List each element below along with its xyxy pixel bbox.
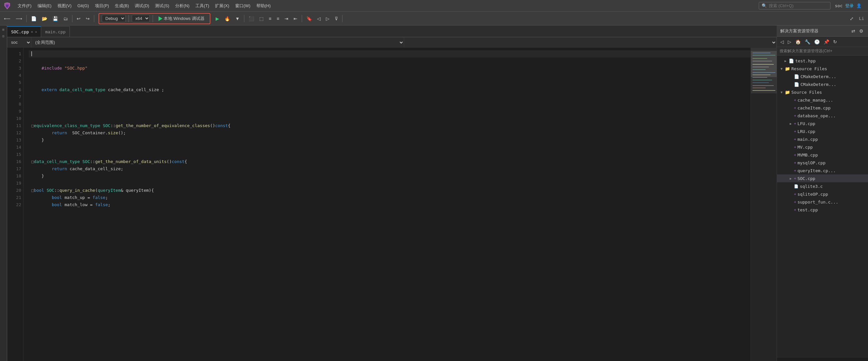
tree-item-mysqlop[interactable]: + mysqlOP.cpp bbox=[777, 159, 868, 167]
menu-window[interactable]: 窗口(W) bbox=[232, 2, 253, 10]
menu-view[interactable]: 视图(V) bbox=[55, 2, 74, 10]
tree-label-cache-manage: cache_manag... bbox=[798, 98, 833, 103]
tree-item-main-cpp[interactable]: + main.cpp bbox=[777, 135, 868, 143]
search-input[interactable] bbox=[769, 3, 828, 8]
tree-item-resource-files[interactable]: ▼ 📁 Resource Files bbox=[777, 65, 868, 73]
menu-help[interactable]: 帮助(H) bbox=[254, 2, 273, 10]
se-scrollbar[interactable] bbox=[777, 357, 868, 361]
file-icon-soc-cpp: + bbox=[794, 176, 796, 180]
tree-item-database[interactable]: + database_ope... bbox=[777, 112, 868, 119]
tree-label-queryitem: queryItem.cp... bbox=[798, 168, 836, 173]
file-icon-cmake2: 📄 bbox=[794, 82, 799, 87]
debug-config-select[interactable]: Debug bbox=[102, 15, 126, 22]
tree-item-cache-manage[interactable]: + cache_manag... bbox=[777, 96, 868, 104]
code-line-14 bbox=[29, 144, 750, 151]
login-label[interactable]: 登录 bbox=[845, 3, 854, 9]
tree-item-mv[interactable]: + MV.cpp bbox=[777, 143, 868, 151]
minimap[interactable] bbox=[750, 48, 777, 361]
tree-item-source-files[interactable]: ▼ 📁 Source Files bbox=[777, 88, 868, 96]
range-select[interactable]: (全局范围) bbox=[31, 37, 404, 48]
tree-item-support-fun[interactable]: + support_fun.c... bbox=[777, 198, 868, 206]
save-button[interactable]: 💾 bbox=[51, 15, 60, 23]
se-properties-button[interactable]: 🔧 bbox=[803, 38, 812, 46]
menu-git[interactable]: Git(G) bbox=[75, 2, 91, 9]
tree-item-cmake1[interactable]: 📄 CMakeDeterm... bbox=[777, 73, 868, 80]
se-back-button[interactable]: ◁ bbox=[779, 38, 785, 46]
gutter-icon-1[interactable]: ⊞ bbox=[1, 27, 6, 33]
chevron-soc-cpp: ▶ bbox=[789, 177, 793, 180]
tree-item-soc-cpp[interactable]: ▶ + SOC.cpp bbox=[777, 174, 868, 182]
redo-button[interactable]: ↪ bbox=[84, 15, 92, 23]
tab-main-cpp[interactable]: main.cpp bbox=[41, 26, 70, 37]
format-button[interactable]: ≡ bbox=[267, 15, 273, 23]
tree-item-lru[interactable]: + LRU.cpp bbox=[777, 128, 868, 135]
menu-project[interactable]: 项目(P) bbox=[92, 2, 112, 10]
format2-button[interactable]: ≡ bbox=[275, 15, 281, 23]
code-line-8 bbox=[29, 101, 750, 108]
debug-fire-button[interactable]: 🔥 bbox=[222, 15, 232, 23]
tree-label-mv: MV.cpp bbox=[798, 145, 813, 149]
menu-debug[interactable]: 调试(D) bbox=[132, 2, 152, 10]
debug-run-button[interactable]: 本地 Windows 调试器 bbox=[156, 15, 207, 23]
file-icon-sqlite3: 📄 bbox=[794, 184, 799, 189]
code-line-16: □data_cell_num_type SOC::get_the_number_… bbox=[29, 158, 750, 165]
tree-item-test-cpp[interactable]: + test.cpp bbox=[777, 206, 868, 214]
se-forward-button[interactable]: ▷ bbox=[786, 38, 793, 46]
tree-item-mvmb[interactable]: + MVMB.cpp bbox=[777, 151, 868, 159]
menu-file[interactable]: 文件(F) bbox=[15, 2, 34, 10]
new-file-button[interactable]: 📄 bbox=[29, 15, 38, 23]
maximize-button[interactable]: ⤢ bbox=[848, 15, 856, 23]
bookmark-button[interactable]: 🔖 bbox=[304, 15, 314, 23]
save-all-button[interactable]: 🗂 bbox=[61, 15, 70, 23]
menu-extensions[interactable]: 扩展(X) bbox=[212, 2, 231, 10]
menu-edit[interactable]: 编辑(E) bbox=[35, 2, 54, 10]
open-file-button[interactable]: 📂 bbox=[40, 15, 49, 23]
main-area: ⊞ ⊟ SOC.cpp ✕ ✕ main.cpp soc (全局范围) bbox=[0, 26, 868, 361]
bookmark-prev-button[interactable]: ◁ bbox=[315, 15, 322, 23]
se-header-buttons: ⇄ ⚙ bbox=[850, 27, 865, 35]
se-refresh-button[interactable]: ↻ bbox=[832, 38, 838, 46]
breakpoint-button[interactable]: ⬛ bbox=[247, 15, 256, 23]
tree-item-sqliteop[interactable]: + sqliteOP.cpp bbox=[777, 190, 868, 198]
se-clock-button[interactable]: 🕐 bbox=[813, 38, 821, 46]
code-content[interactable]: #include "SOC.hpp" extern data_cell_num_… bbox=[24, 48, 750, 361]
bookmark-next-button[interactable]: ▷ bbox=[324, 15, 332, 23]
back-button[interactable]: ⟵ bbox=[2, 15, 12, 23]
tab-soc-cpp[interactable]: SOC.cpp ✕ ✕ bbox=[7, 26, 41, 37]
scope-select[interactable]: soc bbox=[7, 37, 31, 48]
undo-button[interactable]: ↩ bbox=[75, 15, 83, 23]
tree-item-queryitem[interactable]: + queryItem.cp... bbox=[777, 167, 868, 174]
tree-label-cmake2: CMakeDeterm... bbox=[801, 82, 836, 87]
bookmark-list-button[interactable]: ⊽ bbox=[333, 15, 340, 23]
detail-select[interactable] bbox=[404, 37, 777, 48]
se-sync-button[interactable]: ⇄ bbox=[850, 27, 857, 35]
debug-dropdown-button[interactable]: ▼ bbox=[233, 15, 242, 23]
tab-soc-cpp-close-icon[interactable]: ✕ bbox=[35, 30, 37, 34]
menu-analyze[interactable]: 分析(N) bbox=[173, 2, 192, 10]
se-settings-button[interactable]: ⚙ bbox=[858, 27, 865, 35]
folder-icon-resource-files: 📁 bbox=[785, 66, 790, 71]
dedent-button[interactable]: ⇤ bbox=[291, 15, 300, 23]
tree-item-lfu[interactable]: ▶ + LFU.cpp bbox=[777, 119, 868, 128]
gutter-icon-2[interactable]: ⊟ bbox=[1, 33, 6, 39]
se-home-button[interactable]: 🏠 bbox=[794, 38, 802, 46]
tab-main-cpp-label: main.cpp bbox=[45, 29, 66, 34]
se-pin-button[interactable]: 📌 bbox=[822, 38, 831, 46]
search-box[interactable]: 🔍 bbox=[759, 2, 831, 9]
tree-item-cache-item[interactable]: + cacheItem.cpp bbox=[777, 104, 868, 112]
forward-button[interactable]: ⟶ bbox=[14, 15, 24, 23]
debug-start-button[interactable]: ▶ bbox=[214, 15, 221, 23]
file-icon-cache-item: + bbox=[794, 106, 796, 110]
tree-item-sqlite3[interactable]: 📄 sqlite3.c bbox=[777, 182, 868, 190]
minimap-thumb[interactable] bbox=[751, 51, 777, 77]
menu-build[interactable]: 生成(B) bbox=[112, 2, 131, 10]
indent-button[interactable]: ⇥ bbox=[282, 15, 290, 23]
tree-item-test-hpp[interactable]: ▶ 📄 test.hpp bbox=[777, 57, 868, 65]
menu-tools[interactable]: 工具(T) bbox=[193, 2, 212, 10]
code-nav: soc (全局范围) bbox=[7, 37, 777, 48]
tree-item-cmake2[interactable]: 📄 CMakeDeterm... bbox=[777, 80, 868, 88]
search-icon: 🔍 bbox=[762, 3, 767, 8]
breakpoint2-button[interactable]: ⬚ bbox=[257, 15, 266, 23]
menu-test[interactable]: 测试(S) bbox=[152, 2, 172, 10]
debug-arch-select[interactable]: x64 bbox=[132, 15, 150, 22]
